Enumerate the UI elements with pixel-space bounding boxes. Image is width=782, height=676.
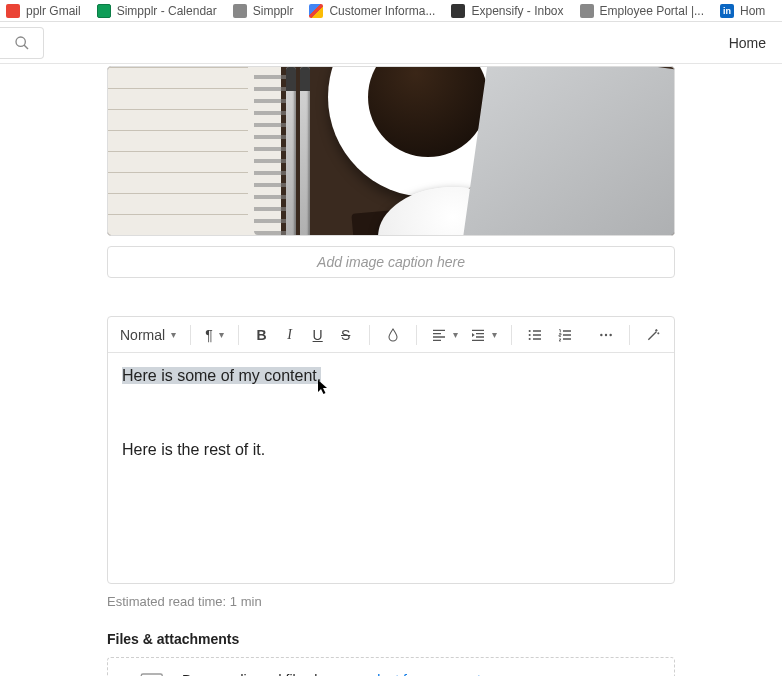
- svg-point-0: [16, 37, 25, 46]
- bullet-list-button[interactable]: [522, 322, 548, 348]
- toolbar-separator: [629, 325, 630, 345]
- magic-button[interactable]: [640, 322, 666, 348]
- doc-icon: [309, 4, 323, 18]
- editor-toolbar: Normal ▾ ¶ ▾ B I U S ▾: [108, 317, 674, 353]
- editor-line-1: Here is some of my content.: [122, 367, 321, 384]
- bookmark-label: Simpplr - Calendar: [117, 4, 217, 18]
- app-bar: Home: [0, 22, 782, 64]
- svg-point-2: [528, 329, 530, 331]
- paragraph-menu[interactable]: ¶ ▾: [201, 327, 228, 343]
- svg-point-6: [605, 333, 607, 335]
- align-left-icon: [431, 327, 447, 343]
- svg-point-3: [528, 333, 530, 335]
- chevron-down-icon: ▾: [492, 329, 497, 340]
- numbered-list-button[interactable]: [552, 322, 578, 348]
- bookmark-expensify[interactable]: Expensify - Inbox: [451, 4, 563, 18]
- bookmark-label: Customer Informa...: [329, 4, 435, 18]
- image-caption-input[interactable]: Add image caption here: [107, 246, 675, 278]
- read-time-label: Estimated read time: 1 min: [107, 594, 675, 609]
- editor-body[interactable]: Here is some of my content. Here is the …: [108, 353, 674, 583]
- cover-image-graphic: [108, 67, 674, 235]
- search-button[interactable]: [0, 27, 44, 59]
- toolbar-separator: [416, 325, 417, 345]
- numbered-list-icon: [557, 327, 573, 343]
- bookmark-gmail[interactable]: pplr Gmail: [6, 4, 81, 18]
- bullet-list-icon: [527, 327, 543, 343]
- toolbar-separator: [190, 325, 191, 345]
- pilcrow-icon: ¶: [205, 327, 213, 343]
- bold-button[interactable]: B: [249, 322, 275, 348]
- drop-prefix: Drop media and files here or: [182, 672, 363, 676]
- svg-line-1: [24, 45, 28, 49]
- bookmark-label: pplr Gmail: [26, 4, 81, 18]
- strikethrough-button[interactable]: S: [333, 322, 359, 348]
- content-column: Add image caption here Normal ▾ ¶ ▾ B I …: [107, 66, 675, 676]
- chevron-down-icon: ▾: [453, 329, 458, 340]
- cover-image[interactable]: [107, 66, 675, 236]
- bookmark-linkedin[interactable]: inHom: [720, 4, 765, 18]
- browser-bookmark-bar: pplr Gmail Simpplr - Calendar Simpplr Cu…: [0, 0, 782, 22]
- indent-icon: [470, 327, 486, 343]
- mail-icon: [6, 4, 20, 18]
- bookmark-portal[interactable]: Employee Portal |...: [580, 4, 705, 18]
- app-icon: [233, 4, 247, 18]
- toolbar-separator: [238, 325, 239, 345]
- linkedin-icon: in: [720, 4, 734, 18]
- expense-icon: [451, 4, 465, 18]
- italic-button[interactable]: I: [277, 322, 303, 348]
- portal-icon: [580, 4, 594, 18]
- search-icon: [14, 35, 30, 51]
- nav-home[interactable]: Home: [729, 35, 766, 51]
- bookmark-simpplr[interactable]: Simpplr: [233, 4, 294, 18]
- attachments-heading: Files & attachments: [107, 631, 675, 647]
- bookmark-calendar[interactable]: Simpplr - Calendar: [97, 4, 217, 18]
- attachments-dropzone[interactable]: Drop media and files here or select from…: [107, 657, 675, 676]
- svg-point-5: [600, 333, 602, 335]
- bookmark-label: Employee Portal |...: [600, 4, 705, 18]
- editor-line-2: Here is the rest of it.: [122, 439, 660, 461]
- style-select-label: Normal: [120, 327, 165, 343]
- toolbar-separator: [511, 325, 512, 345]
- align-menu[interactable]: ▾: [427, 327, 462, 343]
- select-from-computer-link[interactable]: select from computer: [363, 672, 494, 676]
- image-caption-placeholder: Add image caption here: [317, 254, 465, 270]
- color-button[interactable]: [380, 322, 406, 348]
- svg-point-7: [609, 333, 611, 335]
- indent-menu[interactable]: ▾: [466, 327, 501, 343]
- bookmark-label: Expensify - Inbox: [471, 4, 563, 18]
- style-select[interactable]: Normal ▾: [116, 327, 180, 343]
- toolbar-separator: [369, 325, 370, 345]
- bookmark-label: Hom: [740, 4, 765, 18]
- bookmark-label: Simpplr: [253, 4, 294, 18]
- chevron-down-icon: ▾: [219, 329, 224, 340]
- rich-text-editor: Normal ▾ ¶ ▾ B I U S ▾: [107, 316, 675, 584]
- wand-icon: [645, 327, 661, 343]
- chevron-down-icon: ▾: [171, 329, 176, 340]
- more-horizontal-icon: [598, 327, 614, 343]
- underline-button[interactable]: U: [305, 322, 331, 348]
- svg-point-4: [528, 337, 530, 339]
- more-button[interactable]: [593, 322, 619, 348]
- calendar-icon: [97, 4, 111, 18]
- attachments-text: Drop media and files here or select from…: [182, 672, 493, 676]
- drop-icon: [385, 327, 401, 343]
- bookmark-customer[interactable]: Customer Informa...: [309, 4, 435, 18]
- media-upload-icon: [122, 672, 164, 676]
